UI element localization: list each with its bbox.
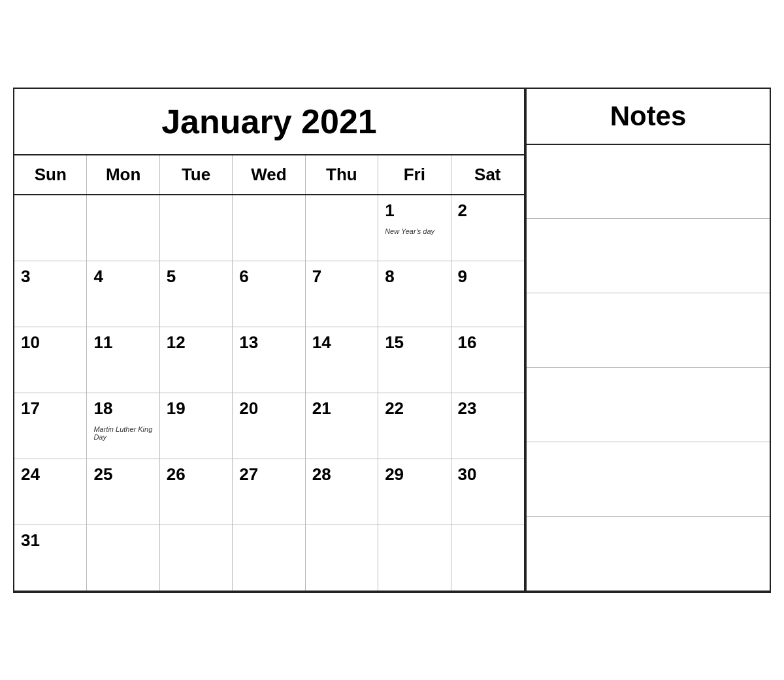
calendar-row-2: 10111213141516 (14, 327, 524, 393)
notes-body (527, 145, 770, 591)
cell-date-number: 10 (21, 332, 40, 353)
notes-row-1[interactable] (527, 219, 770, 293)
calendar-cell-3-2: 19 (160, 393, 233, 459)
cell-date-number: 7 (312, 267, 321, 287)
calendar-cell-2-2: 12 (160, 327, 233, 393)
calendar-cell-0-4 (306, 195, 378, 261)
cell-date-number: 25 (93, 464, 112, 485)
calendar-cell-1-3: 6 (233, 261, 305, 327)
calendar-cell-0-6: 2 (451, 195, 524, 261)
cell-date-number: 12 (167, 332, 186, 353)
calendar-cell-3-0: 17 (14, 393, 87, 459)
cell-date-number: 24 (21, 464, 40, 485)
cell-date-number: 30 (458, 464, 477, 485)
calendar-cell-4-5: 29 (378, 459, 451, 525)
notes-row-2[interactable] (527, 293, 770, 368)
cell-event-label: New Year's day (385, 227, 434, 235)
day-header-wed: Wed (233, 155, 305, 194)
cell-date-number: 17 (21, 398, 40, 419)
calendar-cell-1-5: 8 (378, 261, 451, 327)
calendar-cell-5-4 (306, 525, 378, 591)
cell-date-number: 26 (167, 464, 186, 485)
cell-date-number: 28 (312, 464, 331, 485)
cell-date-number: 1 (385, 201, 394, 221)
cell-date-number: 3 (21, 267, 30, 287)
calendar-cell-2-1: 11 (87, 327, 159, 393)
cell-date-number: 22 (385, 398, 404, 419)
notes-row-0[interactable] (527, 145, 770, 219)
calendar-cell-2-0: 10 (14, 327, 87, 393)
cell-date-number: 6 (239, 267, 248, 287)
day-headers: Sun Mon Tue Wed Thu Fri Sat (14, 155, 524, 195)
day-header-mon: Mon (87, 155, 159, 194)
calendar-cell-2-5: 15 (378, 327, 451, 393)
notes-row-4[interactable] (527, 442, 770, 517)
calendar-cell-3-5: 22 (378, 393, 451, 459)
calendar-row-3: 1718Martin Luther King Day1920212223 (14, 393, 524, 459)
cell-date-number: 31 (21, 530, 40, 551)
day-header-sun: Sun (14, 155, 87, 194)
calendar-cell-1-0: 3 (14, 261, 87, 327)
calendar-cell-0-3 (233, 195, 305, 261)
calendar-cell-2-3: 13 (233, 327, 305, 393)
calendar-cell-5-3 (233, 525, 305, 591)
calendar-cell-0-2 (160, 195, 233, 261)
day-header-sat: Sat (451, 155, 524, 194)
cell-date-number: 11 (93, 332, 112, 353)
top-row: January 2021 Sun Mon Tue Wed Thu Fri Sat… (14, 89, 770, 592)
calendar-cell-0-0 (14, 195, 87, 261)
calendar-cell-1-1: 4 (87, 261, 159, 327)
cell-date-number: 2 (458, 201, 467, 221)
notes-title: Notes (610, 101, 687, 131)
calendar-cell-2-6: 16 (451, 327, 524, 393)
cell-date-number: 15 (385, 332, 404, 353)
calendar-cell-3-6: 23 (451, 393, 524, 459)
calendar-cell-1-2: 5 (160, 261, 233, 327)
cell-date-number: 14 (312, 332, 331, 353)
calendar-cell-4-2: 26 (160, 459, 233, 525)
cell-date-number: 19 (167, 398, 186, 419)
calendar-cell-5-5 (378, 525, 451, 591)
cell-date-number: 27 (239, 464, 258, 485)
day-header-fri: Fri (378, 155, 451, 194)
notes-row-3[interactable] (527, 368, 770, 442)
calendar-row-0: 1New Year's day2 (14, 195, 524, 261)
calendar-cell-4-1: 25 (87, 459, 159, 525)
calendar-row-1: 3456789 (14, 261, 524, 327)
cell-date-number: 20 (239, 398, 258, 419)
calendar-cell-0-1 (87, 195, 159, 261)
cell-date-number: 18 (93, 398, 112, 419)
cell-date-number: 5 (167, 267, 176, 287)
calendar-cell-4-0: 24 (14, 459, 87, 525)
calendar-cell-5-0: 31 (14, 525, 87, 591)
calendar-cell-4-3: 27 (233, 459, 305, 525)
calendar-cell-3-1: 18Martin Luther King Day (87, 393, 159, 459)
cell-date-number: 4 (93, 267, 103, 287)
cell-date-number: 23 (458, 398, 477, 419)
cell-date-number: 8 (385, 267, 394, 287)
calendar-row-4: 24252627282930 (14, 459, 524, 525)
day-header-thu: Thu (306, 155, 378, 194)
cell-date-number: 21 (312, 398, 331, 419)
cell-date-number: 29 (385, 464, 404, 485)
calendar-cell-4-4: 28 (306, 459, 378, 525)
notes-row-5[interactable] (527, 517, 770, 591)
notes-header: Notes (527, 89, 770, 145)
calendar-cell-5-6 (451, 525, 524, 591)
day-header-tue: Tue (160, 155, 233, 194)
calendar-cell-3-4: 21 (306, 393, 378, 459)
calendar-grid: 1New Year's day2345678910111213141516171… (14, 195, 524, 591)
calendar-cell-1-6: 9 (451, 261, 524, 327)
calendar-cell-4-6: 30 (451, 459, 524, 525)
calendar-cell-2-4: 14 (306, 327, 378, 393)
cell-event-label: Martin Luther King Day (93, 425, 152, 441)
calendar-cell-1-4: 7 (306, 261, 378, 327)
calendar-cell-0-5: 1New Year's day (378, 195, 451, 261)
calendar-cell-5-1 (87, 525, 159, 591)
notes-section: Notes (524, 89, 770, 591)
cell-date-number: 16 (458, 332, 477, 353)
calendar-main: January 2021 Sun Mon Tue Wed Thu Fri Sat… (14, 89, 524, 591)
month-title-row: January 2021 (14, 89, 524, 155)
calendar-cell-3-3: 20 (233, 393, 305, 459)
cell-date-number: 13 (239, 332, 258, 353)
